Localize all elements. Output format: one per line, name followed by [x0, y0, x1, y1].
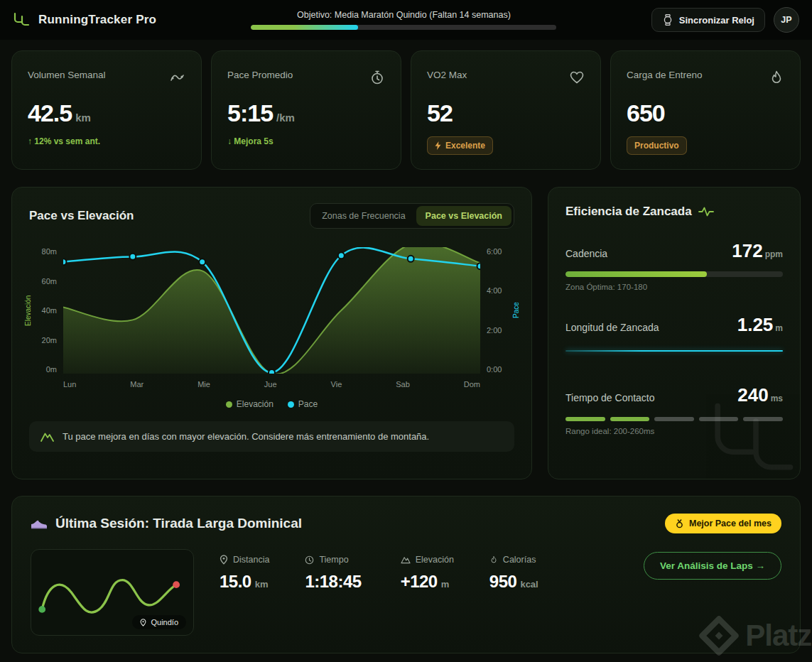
- stat-unit: /km: [276, 112, 295, 124]
- route-icon: [170, 70, 185, 88]
- stat-label: Volumen Semanal: [28, 70, 106, 80]
- metric-stride-length: Longitud de Zancada 1.25m: [565, 314, 783, 352]
- session-stat-elevation: Elevación +120 m: [401, 555, 454, 592]
- left-axis-ticks: 80m60m40m20m0m: [33, 247, 63, 374]
- stride-title: Eficiencia de Zancada: [565, 205, 692, 219]
- stat-delta: ↓ Mejora 5s: [227, 136, 385, 146]
- shoes-watermark-icon: [706, 398, 801, 479]
- status-badge-label: Excelente: [445, 141, 485, 151]
- insight-banner: Tu pace mejora en días con mayor elevaci…: [29, 421, 514, 452]
- dashboard: Volumen Semanal 42.5 km ↑ 12% vs sem ant…: [0, 40, 812, 653]
- bolt-icon: [435, 141, 441, 150]
- chart-title: Pace vs Elevación: [29, 209, 134, 223]
- status-badge-vo2: Excelente: [427, 136, 493, 155]
- status-badge-label: Productivo: [634, 141, 679, 151]
- pin-icon: [220, 555, 228, 565]
- mountain-icon: [401, 555, 411, 564]
- stopwatch-icon: [369, 70, 385, 88]
- legend-item: Pace: [288, 399, 318, 409]
- session-stats: Distancia 15.0 km Tiempo 1:18:45: [220, 549, 538, 592]
- stat-value: 5:15: [227, 99, 273, 127]
- metric-cadence: Cadencia 172ppm Zona Óptima: 170-180: [565, 240, 783, 291]
- flame-icon: [769, 70, 784, 88]
- right-axis-title: Pace: [510, 247, 521, 374]
- stat-label: Carga de Entreno: [627, 70, 703, 80]
- metric-label: Cadencia: [565, 248, 607, 259]
- session-stat-label: Distancia: [233, 555, 269, 565]
- metric-value: 172: [732, 240, 762, 261]
- session-stat-unit: km: [255, 579, 269, 590]
- session-stat-value: 15.0: [220, 572, 251, 592]
- chart-toggle-group: Zonas de Frecuencia Pace vs Elevación: [310, 203, 514, 229]
- best-pace-badge: Mejor Pace del mes: [665, 514, 781, 533]
- topbar-actions: Sincronizar Reloj JP: [651, 7, 799, 33]
- user-avatar[interactable]: JP: [774, 7, 799, 33]
- session-stat-value: 950: [489, 572, 517, 592]
- stat-card-average-pace: Pace Promedio 5:15 /km ↓ Mejora 5s: [211, 50, 401, 170]
- stride-efficiency-card: Eficiencia de Zancada Cadencia 172ppm Zo…: [548, 187, 801, 479]
- session-stat-unit: kcal: [520, 579, 538, 590]
- session-stat-label: Elevación: [416, 555, 454, 565]
- metric-label: Longitud de Zancada: [565, 322, 659, 333]
- legend-item: Elevación: [226, 399, 274, 409]
- session-stat-calories: Calorías 950 kcal: [489, 555, 538, 592]
- topbar: RunningTracker Pro Objetivo: Media Marat…: [0, 0, 812, 40]
- pace-elevation-card: Pace vs Elevación Zonas de Frecuencia Pa…: [11, 187, 532, 479]
- app-logo: RunningTracker Pro: [13, 12, 156, 28]
- metric-unit: ppm: [765, 249, 783, 259]
- stat-unit: km: [75, 112, 91, 124]
- metric-value: 1.25: [737, 314, 774, 335]
- medal-icon: [675, 519, 684, 528]
- metric-unit: m: [775, 323, 783, 333]
- cadence-bar-track: [565, 271, 783, 277]
- stride-length-line: [565, 350, 783, 352]
- mountain-insight-icon: [40, 430, 54, 443]
- running-shoes-icon: [13, 12, 31, 28]
- view-laps-button[interactable]: Ver Análisis de Laps →: [644, 552, 781, 580]
- stat-value: 42.5: [28, 99, 72, 127]
- session-stat-value: 1:18:45: [305, 572, 361, 592]
- session-stat-unit: m: [441, 579, 450, 590]
- stat-value: 52: [427, 99, 453, 127]
- map-location-tag: Quindío: [132, 615, 186, 629]
- stat-card-training-load: Carga de Entreno 650 Productivo: [610, 50, 801, 170]
- goal-progress: Objetivo: Media Maratón Quindio (Faltan …: [251, 10, 556, 30]
- chart-plot: [63, 247, 480, 374]
- session-title: Última Sesión: Tirada Larga Dominical: [55, 516, 302, 531]
- app-title: RunningTracker Pro: [38, 13, 156, 27]
- goal-progress-fill: [251, 25, 358, 30]
- status-badge-load: Productivo: [627, 136, 687, 155]
- flame-icon: [489, 555, 498, 565]
- sync-watch-button[interactable]: Sincronizar Reloj: [651, 8, 765, 32]
- stat-card-vo2max: VO2 Max 52 Excelente: [411, 50, 601, 170]
- right-axis-ticks: 6:004:002:000:00: [480, 247, 510, 374]
- goal-text: Objetivo: Media Maratón Quindio (Faltan …: [297, 10, 511, 20]
- pin-icon: [140, 619, 146, 626]
- toggle-pace-elevation[interactable]: Pace vs Elevación: [416, 206, 511, 226]
- sync-watch-label: Sincronizar Reloj: [679, 15, 754, 26]
- map-location-label: Quindío: [151, 618, 178, 626]
- heart-icon: [569, 70, 585, 88]
- best-pace-badge-label: Mejor Pace del mes: [689, 519, 772, 528]
- cadence-bar-fill: [565, 271, 707, 277]
- metric-label: Tiempo de Contacto: [565, 392, 655, 403]
- shoe-icon: [31, 517, 48, 530]
- stats-row: Volumen Semanal 42.5 km ↑ 12% vs sem ant…: [11, 50, 801, 170]
- clock-icon: [305, 555, 314, 565]
- x-axis-ticks: LunMarMieJueVieSabDom: [63, 380, 480, 389]
- session-stat-label: Tiempo: [319, 555, 348, 565]
- left-axis-title: Elevación: [22, 247, 33, 374]
- stat-label: VO2 Max: [427, 70, 467, 80]
- route-map-preview[interactable]: Quindío: [31, 549, 194, 636]
- chart-area: Elevación 80m60m40m20m0m 6:004:002:000:0…: [12, 229, 531, 409]
- pace-elevation-chart: [63, 247, 480, 374]
- session-stat-distance: Distancia 15.0 km: [220, 555, 269, 592]
- toggle-heart-zones[interactable]: Zonas de Frecuencia: [313, 206, 414, 226]
- session-stat-value: +120: [401, 572, 438, 592]
- last-session-card: Última Sesión: Tirada Larga Dominical Me…: [11, 496, 801, 653]
- chart-legend: ElevaciónPace: [22, 399, 521, 409]
- session-stat-label: Calorías: [503, 555, 536, 565]
- insight-text: Tu pace mejora en días con mayor elevaci…: [63, 431, 429, 442]
- metric-caption: Zona Óptima: 170-180: [565, 283, 783, 291]
- stat-label: Pace Promedio: [227, 70, 293, 80]
